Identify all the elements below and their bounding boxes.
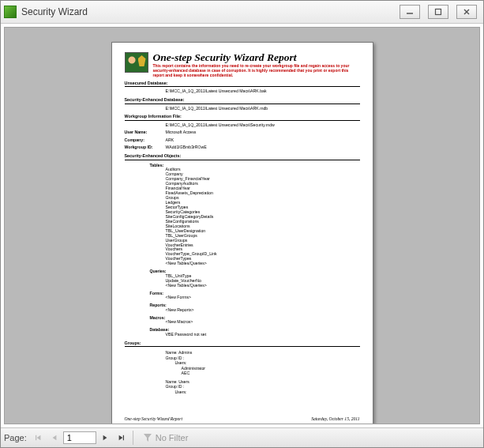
app-window: Security Wizard One-step Security Wizard…: [0, 0, 484, 448]
svg-rect-9: [123, 435, 124, 440]
filter-icon: [143, 433, 152, 442]
svg-marker-6: [52, 435, 56, 440]
groups-list: Name: AdminsGroup ID : Users:Administrat…: [125, 350, 360, 394]
report-title: One-step Security Wizard Report: [153, 52, 358, 63]
macros-list: <New Macros>: [166, 320, 360, 325]
sec-objects-label: Security-Enhanced Objects:: [125, 153, 360, 159]
minimize-icon: [406, 8, 414, 16]
close-button[interactable]: [456, 5, 477, 19]
group-user: AEC: [182, 371, 360, 376]
footer-left: One-step Security Wizard Report: [125, 416, 183, 422]
prev-page-icon: [51, 435, 58, 441]
svg-marker-7: [103, 435, 107, 440]
page-label: Page:: [4, 433, 27, 442]
company-label: Company:: [125, 137, 166, 143]
tables-list: AuditorsCompanyCompany_FinancialYearComp…: [166, 168, 360, 266]
first-page-icon: [36, 435, 42, 441]
maximize-button[interactable]: [428, 5, 448, 19]
group-entry: Name: AdminsGroup ID : Users:Administrat…: [166, 350, 360, 376]
window-buttons: [400, 5, 480, 19]
secured-db-value: E:\MCC_IA_1Q_2011\Latest Unsecured Macs\…: [166, 106, 360, 111]
svg-rect-1: [436, 9, 441, 15]
user-name-value: Microsoft Access: [166, 130, 360, 135]
rule: [125, 160, 360, 160]
report-page: One-step Security Wizard Report This rep…: [111, 42, 373, 424]
secured-db-label: Security-Enhanced Database:: [125, 97, 360, 103]
rule: [125, 346, 360, 347]
rule: [125, 86, 360, 87]
footer-right: Saturday, October 15, 2011: [311, 416, 359, 422]
no-filter-label: No Filter: [156, 433, 189, 442]
svg-marker-10: [144, 434, 152, 442]
forms-list: <New Forms>: [166, 296, 360, 300]
user-name-label: User Name:: [125, 130, 166, 135]
wizard-icon: [125, 52, 148, 73]
company-value: ARK: [166, 137, 360, 143]
list-item: <New Reports>: [166, 308, 360, 313]
rule: [125, 104, 360, 104]
list-item: <New Macros>: [166, 320, 360, 325]
workgroup-file-value: E:\MCC_IA_1Q_2011\Latest Unsecured Macs\…: [166, 122, 360, 128]
unsecured-db-label: Unsecured Database:: [125, 81, 360, 86]
workgroup-id-value: WAdd1lGBmb3rROwE: [166, 145, 360, 150]
group-users-label: Users:: [175, 390, 360, 395]
maximize-icon: [434, 8, 442, 16]
print-preview-area[interactable]: One-step Security Wizard Report This rep…: [4, 27, 480, 424]
current-page-input[interactable]: [63, 431, 96, 444]
next-page-button[interactable]: [98, 431, 112, 445]
queries-list: TBL_UnitTypeUpdate_VoucherNo<New Tables/…: [166, 274, 360, 288]
list-item: <New Tables/Queries>: [166, 284, 360, 288]
last-page-button[interactable]: [114, 431, 128, 445]
prev-page-button[interactable]: [47, 431, 62, 445]
last-page-icon: [118, 435, 124, 441]
svg-marker-4: [36, 435, 40, 440]
no-filter-button[interactable]: No Filter: [138, 430, 193, 446]
svg-rect-5: [36, 435, 36, 440]
close-icon: [463, 8, 471, 16]
first-page-button[interactable]: [32, 431, 46, 445]
list-item: <New Tables/Queries>: [166, 262, 360, 266]
separator: [133, 431, 133, 445]
minimize-button[interactable]: [400, 5, 420, 19]
report-warning: This report contains the information you…: [153, 63, 358, 77]
svg-marker-8: [118, 435, 122, 440]
record-navigator: Page: No Filter: [1, 427, 483, 447]
titlebar: Security Wizard: [1, 1, 483, 24]
next-page-icon: [102, 435, 108, 441]
workgroup-id-label: Workgroup ID:: [125, 145, 166, 150]
reports-list: <New Reports>: [166, 308, 360, 313]
window-title: Security Wizard: [21, 6, 400, 17]
unsecured-db-value: E:\MCC_IA_1Q_2011\Latest Unsecured Macs\…: [166, 88, 360, 94]
rule: [125, 120, 360, 121]
workgroup-file-label: Workgroup Information File:: [125, 114, 360, 119]
groups-label: Groups:: [125, 341, 360, 346]
group-entry: Name: UsersGroup ID : Users:: [166, 379, 360, 395]
database-value: VBE Password not set: [166, 333, 360, 337]
list-item: <New Forms>: [166, 296, 360, 300]
app-icon: [4, 6, 17, 18]
